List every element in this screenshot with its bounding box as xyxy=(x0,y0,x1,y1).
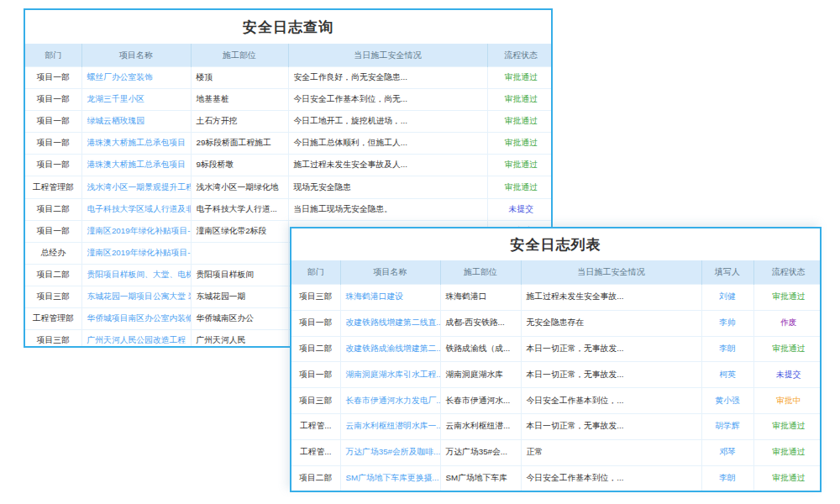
column-header: 部门 xyxy=(291,260,340,285)
table-cell: 项目一部 xyxy=(25,67,81,89)
table-cell: 无安全隐患存在 xyxy=(521,310,701,336)
status-text: 审批通过 xyxy=(487,155,553,176)
filler-name-link[interactable]: 李朗 xyxy=(701,336,753,362)
project-link[interactable]: 电子科技大学区域人行道及非 xyxy=(81,198,191,220)
status-text: 审批通过 xyxy=(487,67,553,89)
table-row: 项目一部湖南洞庭湖水库引水工程...湖南洞庭湖水库本日一切正常，无事故发...柯… xyxy=(291,362,822,388)
project-link[interactable]: 港珠澳大桥施工总承包项目 xyxy=(81,133,191,155)
column-header: 项目名称 xyxy=(340,260,440,285)
project-link[interactable]: 广州天河人民公园改造工程 xyxy=(81,330,191,348)
column-header: 当日施工安全情况 xyxy=(288,44,487,67)
table-cell: 华侨城南区办公 xyxy=(191,308,288,330)
project-link[interactable]: 东城花园一期项目公寓大堂 装 xyxy=(81,286,191,307)
project-link[interactable]: 潼南区2019年绿化补贴项目-... xyxy=(81,220,191,242)
table-cell: 万达广场35#会... xyxy=(440,439,521,465)
table-cell: 长春市伊通河水... xyxy=(440,388,521,414)
status-text: 审批通过 xyxy=(753,285,822,311)
column-header: 当日施工安全情况 xyxy=(521,260,701,285)
project-link[interactable]: 绿城云栖玫瑰园 xyxy=(81,111,191,133)
column-header: 填写人 xyxy=(701,260,753,285)
project-link[interactable]: 浅水湾小区一期景观提升工程 xyxy=(81,176,191,198)
table-cell: 安全工作良好，尚无安全隐患... xyxy=(288,67,487,89)
table-row: 项目一部龙湖三千里小区地基基桩今日安全工作基本到位，尚无...审批通过 xyxy=(25,89,553,111)
project-link[interactable]: 珠海鹤港口建设 xyxy=(340,285,440,311)
table-cell: 云南水利枢纽潜... xyxy=(440,413,521,439)
filler-name-link[interactable]: 邓琴 xyxy=(701,439,753,465)
query-panel-title: 安全日志查询 xyxy=(25,10,551,44)
table-cell: 项目三部 xyxy=(25,286,81,307)
project-link[interactable]: 贵阳项目样板间、大堂、电梯 xyxy=(81,264,191,286)
table-cell: 项目二部 xyxy=(25,198,81,220)
table-row: 工程管...云南水利枢纽潜明水库一...云南水利枢纽潜...本日一切正常，无事故… xyxy=(291,413,822,439)
table-cell xyxy=(191,242,288,264)
table-cell: 项目一部 xyxy=(25,155,81,176)
filler-name-link[interactable]: 黄小强 xyxy=(701,388,753,414)
table-cell: 工程管... xyxy=(291,439,340,465)
project-link[interactable]: 潼南区2019年绿化补贴项目-... xyxy=(81,242,191,264)
table-cell: 湖南洞庭湖水库 xyxy=(440,362,521,388)
project-link[interactable]: 改建铁路成渝线增建第二... xyxy=(340,336,440,362)
table-cell: 工程管理部 xyxy=(25,308,81,330)
project-link[interactable]: 螺丝厂办公室装饰 xyxy=(81,67,191,89)
filler-name-link[interactable]: 刘健 xyxy=(701,285,753,311)
table-row: 项目二部改建铁路成渝线增建第二...铁路成渝线（成...本日一切正常，无事故发.… xyxy=(291,336,822,362)
table-cell: 项目二部 xyxy=(291,465,340,491)
table-row: 项目一部改建铁路线增建第二线直...成都-西安铁路...无安全隐患存在李帅作废 xyxy=(291,310,822,336)
table-cell: 成都-西安铁路... xyxy=(440,310,521,336)
table-cell: 项目三部 xyxy=(291,285,340,311)
status-text: 审批通过 xyxy=(753,413,822,439)
table-row: 项目一部港珠澳大桥施工总承包项目29标段桥面工程施工今日施工总体顺利，但施工人.… xyxy=(25,133,553,155)
table-cell: 工程管理部 xyxy=(25,176,81,198)
table-cell: 今日安全工作基本到位，尚无... xyxy=(288,89,487,111)
project-link[interactable]: SM广场地下车库更换摄... xyxy=(340,465,440,491)
table-cell: 今日安全工作基本到位，... xyxy=(521,465,701,491)
table-cell: 土石方开挖 xyxy=(191,111,288,133)
table-cell: 正常 xyxy=(521,439,701,465)
table-cell: 项目一部 xyxy=(25,133,81,155)
table-cell: 总经办 xyxy=(25,242,81,264)
project-link[interactable]: 云南水利枢纽潜明水库一... xyxy=(340,413,440,439)
table-cell: 当日施工现场无安全隐患。 xyxy=(288,198,487,220)
table-cell: 广州天河人民 xyxy=(191,330,288,348)
table-cell: 今日施工总体顺利，但施工人... xyxy=(288,133,487,155)
table-row: 项目一部港珠澳大桥施工总承包项目9标段桥墩施工过程未发生安全事故及人...审批通… xyxy=(25,155,553,176)
column-header: 流程状态 xyxy=(487,44,553,67)
table-cell: 贵阳项目样板间 xyxy=(191,264,288,286)
table-row: 项目一部螺丝厂办公室装饰楼顶安全工作良好，尚无安全隐患...审批通过 xyxy=(25,67,553,89)
table-row: 项目三部珠海鹤港口建设珠海鹤港口施工过程未发生安全事故...刘健审批通过 xyxy=(291,285,822,311)
table-cell: 项目一部 xyxy=(291,310,340,336)
table-cell: 项目一部 xyxy=(291,362,340,388)
filler-name-link[interactable]: 胡学辉 xyxy=(701,413,753,439)
project-link[interactable]: 长春市伊通河水力发电厂... xyxy=(340,388,440,414)
table-cell: 珠海鹤港口 xyxy=(440,285,521,311)
status-text: 审批中 xyxy=(753,388,822,414)
filler-name-link[interactable]: 李朗 xyxy=(701,465,753,491)
filler-name-link[interactable]: 柯英 xyxy=(701,362,753,388)
table-cell: 9标段桥墩 xyxy=(191,155,288,176)
table-cell: 29标段桥面工程施工 xyxy=(191,133,288,155)
status-text: 未提交 xyxy=(753,362,822,388)
project-link[interactable]: 改建铁路线增建第二线直... xyxy=(340,310,440,336)
table-cell: 项目一部 xyxy=(25,89,81,111)
status-text: 审批通过 xyxy=(487,133,553,155)
table-cell: 项目二部 xyxy=(25,264,81,286)
status-text: 审批通过 xyxy=(753,439,822,465)
table-cell: 项目三部 xyxy=(25,330,81,348)
project-link[interactable]: 万达广场35#会所及咖啡... xyxy=(340,439,440,465)
table-cell: 地基基桩 xyxy=(191,89,288,111)
table-cell: 今日工地开工，旋挖机进场，... xyxy=(288,111,487,133)
table-row: 项目一部绿城云栖玫瑰园土石方开挖今日工地开工，旋挖机进场，...审批通过 xyxy=(25,111,553,133)
filler-name-link[interactable]: 李帅 xyxy=(701,310,753,336)
table-cell: 本日一切正常，无事故发... xyxy=(521,336,701,362)
column-header: 施工部位 xyxy=(191,44,288,67)
safety-log-list-panel: 安全日志列表 部门项目名称施工部位当日施工安全情况填写人流程状态项目三部珠海鹤港… xyxy=(290,227,822,492)
table-cell: 项目一部 xyxy=(25,220,81,242)
project-link[interactable]: 华侨城项目南区办公室内装修 xyxy=(81,308,191,330)
table-row: 项目二部电子科技大学区域人行道及非电子科技大学人行道...当日施工现场无安全隐患… xyxy=(25,198,553,220)
project-link[interactable]: 龙湖三千里小区 xyxy=(81,89,191,111)
table-row: 项目三部长春市伊通河水力发电厂...长春市伊通河水...今日安全工作基本到位，.… xyxy=(291,388,822,414)
project-link[interactable]: 港珠澳大桥施工总承包项目 xyxy=(81,155,191,176)
project-link[interactable]: 湖南洞庭湖水库引水工程... xyxy=(340,362,440,388)
status-text: 审批通过 xyxy=(487,111,553,133)
table-cell: 现场无安全隐患 xyxy=(288,176,487,198)
